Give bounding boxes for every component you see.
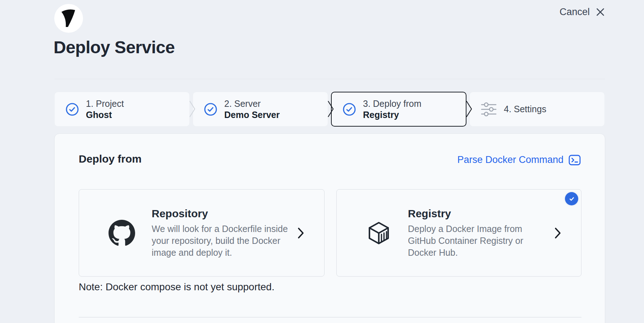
sliders-icon	[480, 102, 497, 117]
parse-link-label: Parse Docker Command	[457, 154, 564, 165]
section-heading: Deploy from	[79, 153, 142, 165]
github-icon	[109, 220, 135, 246]
step-separator-icon	[188, 100, 196, 118]
check-circle-icon	[65, 103, 79, 116]
option-repository[interactable]: Repository We will look for a Dockerfile…	[79, 189, 325, 277]
cancel-label: Cancel	[560, 6, 590, 18]
deploy-service-modal: Cancel Deploy Service 1. Project Ghost 2…	[0, 0, 644, 323]
step-label: 4. Settings	[504, 104, 546, 115]
step-project[interactable]: 1. Project Ghost	[54, 92, 190, 127]
step-separator-icon	[327, 100, 335, 118]
terminal-icon	[569, 155, 581, 165]
option-title: Repository	[152, 208, 288, 220]
option-title: Registry	[408, 208, 523, 220]
check-circle-icon	[204, 103, 217, 116]
close-icon	[595, 7, 605, 17]
step-label: 3. Deploy from	[363, 98, 422, 109]
section-divider	[79, 317, 581, 318]
deploy-options: Repository We will look for a Dockerfile…	[79, 189, 581, 277]
step-settings[interactable]: 4. Settings	[469, 92, 605, 127]
option-description-line: Docker Hub.	[408, 247, 523, 259]
check-circle-icon	[342, 103, 356, 116]
ptah-logo-icon	[54, 4, 83, 33]
step-separator-icon	[465, 100, 473, 118]
header-divider	[54, 79, 605, 79]
option-description-line: We will look for a Dockerfile inside	[152, 223, 288, 235]
option-description-line: Deploy a Docker Image from	[408, 223, 523, 235]
cancel-button[interactable]: Cancel	[560, 6, 605, 18]
step-value: Registry	[363, 109, 422, 120]
chevron-right-icon	[298, 227, 304, 239]
step-value: Demo Server	[224, 109, 280, 120]
chevron-right-icon	[555, 227, 561, 239]
step-label: 1. Project	[86, 98, 124, 109]
option-registry[interactable]: Registry Deploy a Docker Image from GitH…	[336, 189, 581, 277]
deploy-from-panel: Deploy from Parse Docker Command Reposit…	[54, 133, 605, 323]
option-description-line: your repository, build the Docker	[152, 235, 288, 247]
page-title: Deploy Service	[54, 37, 175, 57]
selected-check-badge	[565, 192, 578, 205]
step-value: Ghost	[86, 109, 124, 120]
option-description-line: image and deploy it.	[152, 247, 288, 259]
option-description-line: GitHub Container Registry or	[408, 235, 523, 247]
step-label: 2. Server	[224, 98, 280, 109]
parse-docker-command-link[interactable]: Parse Docker Command	[457, 154, 581, 165]
compose-note: Note: Docker compose is not yet supporte…	[79, 281, 275, 293]
package-icon	[366, 220, 391, 246]
step-server[interactable]: 2. Server Demo Server	[193, 92, 328, 127]
step-deploy-from[interactable]: 3. Deploy from Registry	[331, 92, 466, 127]
